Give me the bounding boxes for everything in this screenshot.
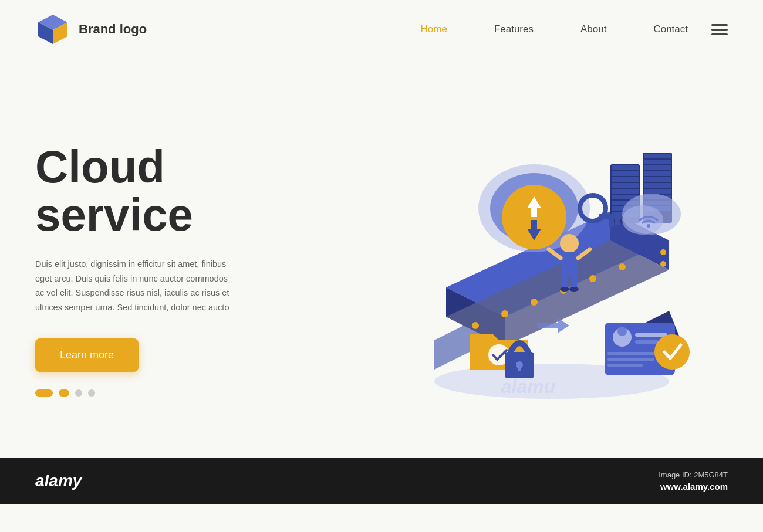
svg-point-75 — [654, 334, 690, 370]
svg-rect-24 — [612, 189, 639, 194]
hamburger-menu[interactable] — [711, 24, 728, 35]
svg-rect-20 — [612, 165, 639, 170]
footer-info: Image ID: 2M5G84T www.alamy.com — [659, 470, 728, 492]
nav-about[interactable]: About — [580, 23, 606, 35]
svg-point-12 — [501, 310, 508, 317]
svg-rect-70 — [607, 364, 643, 367]
svg-rect-66 — [635, 333, 667, 337]
learn-more-button[interactable]: Learn more — [35, 338, 139, 372]
svg-rect-69 — [607, 358, 654, 361]
nav-contact[interactable]: Contact — [653, 23, 688, 35]
svg-rect-36 — [644, 189, 671, 194]
dot-1[interactable] — [35, 389, 53, 397]
footer: alamy Image ID: 2M5G84T www.alamy.com — [0, 458, 763, 504]
svg-point-51 — [560, 234, 579, 253]
hero-section: Cloud service Duis elit justo, dignissim… — [35, 131, 282, 396]
svg-text:alamu: alamu — [501, 376, 555, 397]
svg-rect-48 — [599, 214, 622, 219]
alamy-logo: alamy — [35, 472, 82, 490]
cloud-service-illustration: alamu — [305, 94, 704, 434]
svg-point-18 — [660, 261, 666, 267]
nav-features[interactable]: Features — [494, 23, 534, 35]
illustration-area: alamu — [282, 70, 728, 458]
hamburger-line-3 — [711, 33, 728, 35]
logo-area[interactable]: Brand logo — [35, 12, 147, 47]
svg-point-11 — [472, 322, 479, 329]
brand-logo-text: Brand logo — [79, 22, 147, 37]
svg-rect-67 — [635, 340, 659, 344]
svg-rect-30 — [644, 154, 671, 158]
svg-point-17 — [660, 249, 666, 255]
svg-rect-46 — [531, 220, 537, 229]
svg-point-16 — [619, 263, 626, 270]
svg-rect-32 — [644, 165, 671, 170]
svg-rect-33 — [644, 171, 671, 176]
hamburger-line-2 — [711, 29, 728, 31]
svg-rect-22 — [612, 177, 639, 182]
svg-rect-49 — [615, 219, 620, 225]
footer-image-id: Image ID: 2M5G84T — [659, 470, 728, 479]
hero-description: Duis elit justo, dignissim in efficitur … — [35, 257, 235, 315]
svg-point-57 — [560, 287, 569, 292]
brand-logo-icon — [35, 12, 70, 47]
svg-point-65 — [617, 327, 627, 336]
pagination-dots — [35, 389, 282, 397]
svg-rect-62 — [518, 365, 521, 371]
svg-point-58 — [569, 287, 579, 292]
svg-point-13 — [531, 299, 538, 306]
dot-3[interactable] — [75, 389, 82, 397]
svg-rect-31 — [644, 160, 671, 164]
navbar: Brand logo Home Features About Contact — [0, 0, 763, 59]
svg-rect-35 — [644, 183, 671, 188]
alamy-brand-text: alamy — [35, 472, 82, 490]
dot-4[interactable] — [88, 389, 95, 397]
svg-rect-52 — [561, 252, 578, 276]
nav-links: Home Features About Contact — [421, 23, 688, 35]
footer-url: www.alamy.com — [659, 482, 728, 492]
hero-title: Cloud service — [35, 143, 282, 239]
hamburger-line-1 — [711, 24, 728, 26]
dot-2[interactable] — [59, 389, 69, 397]
main-content: Cloud service Duis elit justo, dignissim… — [0, 59, 763, 458]
svg-rect-23 — [612, 183, 639, 188]
svg-rect-21 — [612, 171, 639, 176]
svg-point-74 — [647, 224, 650, 228]
svg-rect-50 — [609, 219, 614, 227]
svg-point-15 — [589, 275, 596, 282]
svg-rect-34 — [644, 177, 671, 182]
svg-rect-44 — [531, 208, 537, 217]
nav-home[interactable]: Home — [421, 23, 447, 35]
